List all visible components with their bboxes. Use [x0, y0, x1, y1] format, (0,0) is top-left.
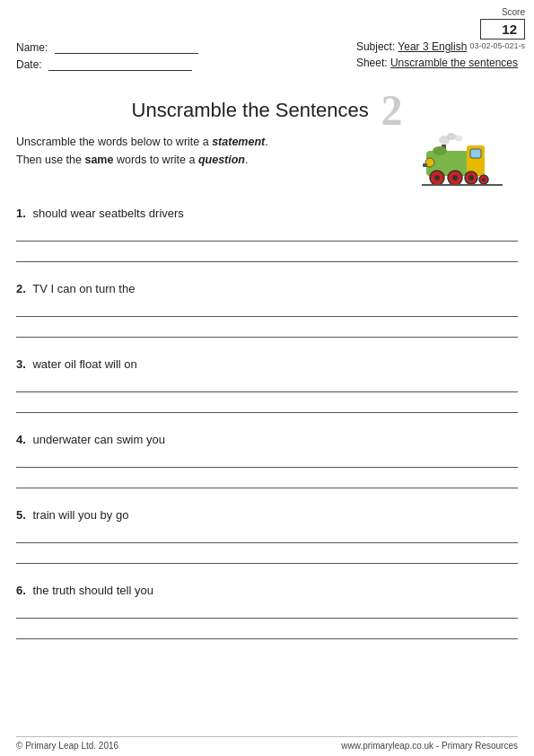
svg-point-14 — [468, 175, 474, 180]
q4-words: underwater can swim you — [32, 433, 164, 446]
q5-words: train will you by go — [32, 508, 128, 522]
title-section: Unscramble the Sentences 2 — [0, 85, 534, 135]
q4-number: 4. — [16, 433, 26, 446]
q6-answer-line-1[interactable] — [16, 602, 518, 619]
instruction-line2: Then use the same words to write a quest… — [16, 151, 303, 169]
question-6-words: 6. the truth should tell you — [16, 584, 518, 597]
header-fields: Name: Date: Subject: Year 3 English Shee… — [16, 40, 518, 75]
date-label: Date: — [16, 58, 42, 71]
question-2: 2. TV I can on turn the — [16, 282, 518, 338]
page-title: Unscramble the Sentences — [132, 99, 369, 122]
q2-number: 2. — [16, 282, 26, 295]
svg-rect-18 — [423, 163, 427, 167]
footer-website: www.primaryleap.co.uk - Primary Resource… — [341, 741, 518, 751]
svg-point-1 — [447, 133, 456, 140]
q5-number: 5. — [16, 508, 26, 522]
question-6: 6. the truth should tell you — [16, 584, 518, 639]
question-4: 4. underwater can swim you — [16, 433, 518, 488]
q1-words: should wear seatbelts drivers — [32, 207, 183, 220]
q6-number: 6. — [16, 584, 26, 597]
train-icon — [417, 133, 507, 196]
name-label: Name: — [16, 41, 48, 54]
score-value: 12 — [480, 19, 525, 40]
subject-value: Year 3 English — [398, 40, 467, 53]
svg-point-10 — [434, 175, 440, 180]
q6-answer-line-2[interactable] — [16, 623, 518, 639]
q3-answer-line-1[interactable] — [16, 376, 518, 392]
sheet-label: Sheet: — [356, 57, 388, 69]
svg-point-7 — [433, 146, 447, 155]
q1-answer-line-1[interactable] — [16, 225, 518, 242]
q3-words: water oil float will on — [32, 357, 136, 371]
q1-number: 1. — [16, 207, 26, 220]
q5-answer-line-2[interactable] — [16, 548, 518, 564]
q1-answer-line-2[interactable] — [16, 246, 518, 262]
question-3-words: 3. water oil float will on — [16, 357, 518, 371]
q2-answer-line-2[interactable] — [16, 321, 518, 338]
q5-answer-line-1[interactable] — [16, 527, 518, 543]
sheet-value: Unscramble the sentences — [390, 57, 518, 69]
date-underline — [48, 57, 192, 71]
sheet-row: Sheet: Unscramble the sentences — [356, 57, 518, 69]
train-image — [417, 133, 507, 196]
q2-answer-line-1[interactable] — [16, 301, 518, 317]
date-row: Date: — [16, 57, 198, 71]
q3-answer-line-2[interactable] — [16, 397, 518, 413]
question-5: 5. train will you by go — [16, 508, 518, 564]
instruction-line1: Unscramble the words below to write a st… — [16, 133, 303, 151]
name-row: Name: — [16, 40, 198, 54]
footer-copyright: © Primary Leap Ltd. 2016 — [16, 741, 118, 751]
footer: © Primary Leap Ltd. 2016 www.primaryleap… — [16, 736, 518, 751]
name-underline — [55, 40, 198, 54]
question-3: 3. water oil float will on — [16, 357, 518, 413]
header-right: Subject: Year 3 English Sheet: Unscrambl… — [356, 40, 518, 73]
question-2-words: 2. TV I can on turn the — [16, 282, 518, 295]
question-1-words: 1. should wear seatbelts drivers — [16, 207, 518, 220]
question-1: 1. should wear seatbelts drivers — [16, 207, 518, 262]
svg-rect-6 — [470, 149, 481, 158]
q2-words: TV I can on turn the — [32, 282, 135, 295]
instructions: Unscramble the words below to write a st… — [16, 133, 303, 169]
subject-row: Subject: Year 3 English — [356, 40, 518, 53]
q6-words: the truth should tell you — [32, 584, 153, 597]
questions-section: 1. should wear seatbelts drivers 2. TV I… — [16, 207, 518, 659]
q4-answer-line-1[interactable] — [16, 452, 518, 468]
header-left: Name: Date: — [16, 40, 198, 75]
svg-point-2 — [455, 136, 462, 142]
question-5-words: 5. train will you by go — [16, 508, 518, 522]
svg-point-16 — [482, 178, 486, 181]
svg-point-12 — [452, 175, 458, 180]
score-label: Score — [469, 7, 525, 17]
question-4-words: 4. underwater can swim you — [16, 433, 518, 446]
q3-number: 3. — [16, 357, 26, 371]
q4-answer-line-2[interactable] — [16, 472, 518, 488]
title-number: 2 — [381, 85, 402, 135]
subject-label: Subject: — [356, 40, 395, 53]
